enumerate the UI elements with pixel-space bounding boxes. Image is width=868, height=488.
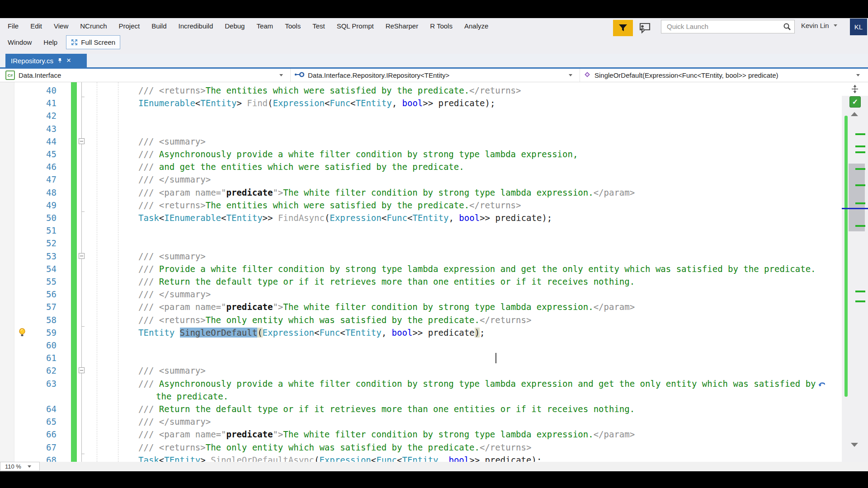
user-menu[interactable]: Kevin Lin [801,22,837,29]
change-mark [855,145,865,147]
menu-item-view[interactable]: View [48,19,74,33]
filter-icon-button[interactable] [613,20,633,36]
full-screen-button[interactable]: Full Screen [66,35,120,49]
full-screen-icon [71,39,78,46]
menu-item-analyze[interactable]: Analyze [458,19,494,33]
change-mark [855,300,865,302]
menu-item-ncrunch[interactable]: NCrunch [74,19,113,33]
search-icon[interactable] [783,23,791,33]
change-mark [855,202,865,204]
scroll-down-arrow[interactable] [851,443,858,447]
menu-row-2: WindowHelpFull Screen [2,35,120,49]
fold-layer [0,82,842,462]
code-editor[interactable]: 4041424344454647484950515253545556575859… [0,82,842,462]
menu-item-tools[interactable]: Tools [279,19,307,33]
document-tab-well: IRepository.cs × [0,54,868,67]
chevron-down-icon [569,74,572,76]
interface-icon [294,71,304,79]
fold-toggle[interactable] [79,138,85,144]
chevron-down-icon [28,465,31,468]
type-dropdown[interactable]: Data.Interface.Repository.IRepository<TE… [290,69,577,82]
menu-item-build[interactable]: Build [146,19,172,33]
avatar[interactable]: KL [850,19,867,35]
chevron-down-icon [856,74,860,76]
tab-title: IRepository.cs [11,57,53,65]
funnel-icon [618,24,627,32]
scroll-up-arrow[interactable] [851,112,858,116]
menu-item-team[interactable]: Team [250,19,279,33]
scrollbar-thumb[interactable] [849,164,865,231]
tab-irepository[interactable]: IRepository.cs × [5,54,87,67]
project-dropdown[interactable]: C# Data.Interface [2,69,288,82]
csharp-project-icon: C# [5,70,15,80]
chevron-down-icon [279,74,283,76]
splitter-handle[interactable] [842,82,868,96]
vertical-scrollbar[interactable]: ✓ [842,82,868,462]
menu-item-r-tools[interactable]: R Tools [424,19,458,33]
zoom-control[interactable]: 110 % [0,462,40,471]
menu-item-edit[interactable]: Edit [24,19,48,33]
close-icon[interactable]: × [66,56,71,64]
type-dropdown-label: Data.Interface.Repository.IRepository<TE… [308,71,449,79]
zoom-level: 110 % [5,463,21,470]
quick-launch-box [661,20,795,33]
menu-item-debug[interactable]: Debug [219,19,250,33]
user-name: Kevin Lin [801,22,829,29]
feedback-icon[interactable] [637,23,651,33]
change-mark [855,225,865,227]
horizontal-scrollbar-strip[interactable]: 110 % [0,462,868,471]
quick-launch-input[interactable] [661,20,783,32]
member-dropdown[interactable]: SingleOrDefault(Expression<Func<TEntity,… [580,69,864,82]
menu-row-1: FileEditViewNCrunchProjectBuildIncredibu… [2,19,494,33]
caret-position-mark [842,208,868,209]
project-dropdown-label: Data.Interface [19,71,61,79]
menu-item-file[interactable]: File [2,19,24,33]
member-dropdown-label: SingleOrDefault(Expression<Func<TEntity,… [594,71,778,79]
menu-item-window[interactable]: Window [2,35,38,49]
scroll-map-coverage [844,116,848,397]
menu-item-resharper[interactable]: ReSharper [380,19,425,33]
chevron-down-icon [834,24,837,27]
change-mark [855,133,865,135]
visual-studio-window: FileEditViewNCrunchProjectBuildIncredibu… [0,0,868,488]
lightbulb-icon[interactable] [18,328,26,339]
change-mark [855,168,865,170]
menu-item-help[interactable]: Help [38,35,63,49]
change-mark [855,184,865,186]
menu-item-test[interactable]: Test [307,19,331,33]
change-mark [855,291,865,292]
text-caret [495,353,496,363]
navigation-bar: C# Data.Interface Data.Interface.Reposit… [0,69,868,82]
fold-toggle[interactable] [79,253,85,259]
pin-icon[interactable] [57,57,62,65]
fold-toggle[interactable] [79,367,85,373]
menu-item-incredibuild[interactable]: Incredibuild [173,19,219,33]
ncrunch-status-icon[interactable]: ✓ [849,96,861,108]
method-icon [584,71,591,80]
menu-item-project[interactable]: Project [113,19,146,33]
menu-bar: FileEditViewNCrunchProjectBuildIncredibu… [0,18,868,54]
menu-item-sql-prompt[interactable]: SQL Prompt [331,19,380,33]
change-mark [855,151,865,153]
